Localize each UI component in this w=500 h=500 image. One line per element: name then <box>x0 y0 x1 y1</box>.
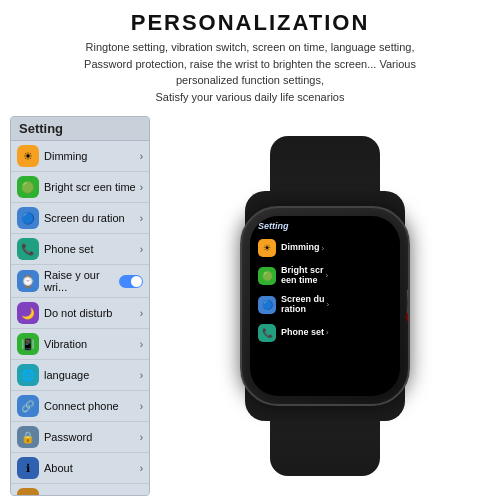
watch-phone-set-label: Phone set <box>281 328 324 338</box>
crown-circle[interactable] <box>406 310 410 324</box>
watch-item-bright-screen: 🟢 Bright screen time › <box>254 263 396 289</box>
restart-icon: ↺ <box>17 488 39 496</box>
vibration-arrow: › <box>140 339 143 350</box>
watch-area: Setting ☀ Dimming › 🟢 Bright screen time <box>150 111 500 500</box>
sidebar-item-do-not-disturb[interactable]: 🌙 Do not disturb › <box>11 298 149 329</box>
page-header: PERSONALIZATION Ringtone setting, vibrat… <box>0 0 500 111</box>
watch-phone-set-icon: 📞 <box>258 324 276 342</box>
watch-dimming-label: Dimming <box>281 243 320 253</box>
watch-item-dimming: ☀ Dimming › <box>254 236 396 260</box>
connect-phone-label: Connect phone <box>44 400 140 412</box>
settings-panel: Setting ☀ Dimming › 🟢 Bright scr een tim… <box>10 116 150 496</box>
raise-wrist-icon: ⌚ <box>17 270 39 292</box>
sidebar-item-language[interactable]: 🌐 language › <box>11 360 149 391</box>
screen-duration-label: Screen du ration <box>44 212 140 224</box>
phone-set-label: Phone set <box>44 243 140 255</box>
sidebar-item-vibration[interactable]: 📳 Vibration › <box>11 329 149 360</box>
screen-duration-arrow: › <box>140 213 143 224</box>
watch-screen: Setting ☀ Dimming › 🟢 Bright screen time <box>250 216 400 396</box>
dimming-icon: ☀ <box>17 145 39 167</box>
watch-item-screen-duration: 🔵 Screen duration › <box>254 292 396 318</box>
phone-set-arrow: › <box>140 244 143 255</box>
sidebar-item-phone-set[interactable]: 📞 Phone set › <box>11 234 149 265</box>
screen-duration-icon: 🔵 <box>17 207 39 229</box>
password-icon: 🔒 <box>17 426 39 448</box>
sidebar-item-about[interactable]: ℹ About › <box>11 453 149 484</box>
watch-screen-duration-icon: 🔵 <box>258 296 276 314</box>
language-arrow: › <box>140 370 143 381</box>
do-not-disturb-arrow: › <box>140 308 143 319</box>
connect-phone-arrow: › <box>140 401 143 412</box>
sidebar-item-screen-duration[interactable]: 🔵 Screen du ration › <box>11 203 149 234</box>
bright-screen-arrow: › <box>140 182 143 193</box>
raise-wrist-toggle[interactable] <box>119 275 143 288</box>
raise-wrist-label: Raise y our wri... <box>44 269 119 293</box>
watch-bright-screen-label: Bright screen time <box>281 266 324 286</box>
about-arrow: › <box>140 463 143 474</box>
password-arrow: › <box>140 432 143 443</box>
sidebar-item-dimming[interactable]: ☀ Dimming › <box>11 141 149 172</box>
sidebar-item-raise-wrist[interactable]: ⌚ Raise y our wri... <box>11 265 149 298</box>
watch-screen-duration-label: Screen duration <box>281 295 325 315</box>
language-icon: 🌐 <box>17 364 39 386</box>
dimming-arrow: › <box>140 151 143 162</box>
sidebar-item-password[interactable]: 🔒 Password › <box>11 422 149 453</box>
watch-screen-title: Setting <box>250 216 400 234</box>
watch-screen-duration-arrow: › <box>327 300 330 309</box>
dimming-label: Dimming <box>44 150 140 162</box>
watch-body: Setting ☀ Dimming › 🟢 Bright screen time <box>240 206 410 406</box>
main-content: Setting ☀ Dimming › 🟢 Bright scr een tim… <box>0 111 500 500</box>
watch-bright-screen-arrow: › <box>326 271 329 280</box>
vibration-icon: 📳 <box>17 333 39 355</box>
vibration-label: Vibration <box>44 338 140 350</box>
restart-arrow: › <box>140 494 143 497</box>
password-label: Password <box>44 431 140 443</box>
language-label: language <box>44 369 140 381</box>
sidebar-item-connect-phone[interactable]: 🔗 Connect phone › <box>11 391 149 422</box>
watch-phone-set-arrow: › <box>326 328 329 337</box>
page-title: PERSONALIZATION <box>20 10 480 36</box>
do-not-disturb-label: Do not disturb <box>44 307 140 319</box>
about-icon: ℹ <box>17 457 39 479</box>
bright-screen-icon: 🟢 <box>17 176 39 198</box>
watch-bright-screen-icon: 🟢 <box>258 267 276 285</box>
settings-title: Setting <box>11 117 149 141</box>
sidebar-item-restart[interactable]: ↺ Restart › <box>11 484 149 496</box>
restart-label: Restart <box>44 493 140 496</box>
watch-dimming-arrow: › <box>322 244 325 253</box>
phone-set-icon: 📞 <box>17 238 39 260</box>
connect-phone-icon: 🔗 <box>17 395 39 417</box>
watch-screen-items: ☀ Dimming › 🟢 Bright screen time › 🔵 <box>250 234 400 396</box>
do-not-disturb-icon: 🌙 <box>17 302 39 324</box>
about-label: About <box>44 462 140 474</box>
sidebar-item-bright-screen[interactable]: 🟢 Bright scr een time › <box>11 172 149 203</box>
watch-dimming-icon: ☀ <box>258 239 276 257</box>
watch-container: Setting ☀ Dimming › 🟢 Bright screen time <box>205 136 445 476</box>
watch-item-phone-set: 📞 Phone set › <box>254 321 396 345</box>
bright-screen-label: Bright scr een time <box>44 181 140 193</box>
page-description: Ringtone setting, vibration switch, scre… <box>20 39 480 105</box>
